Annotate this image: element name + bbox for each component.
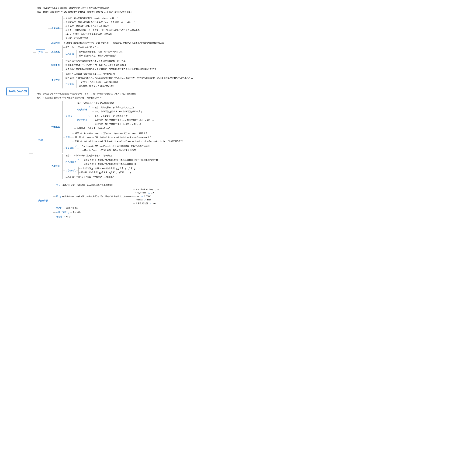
dui-label: 堆 <box>56 195 59 198</box>
shuzu-gailv-row: 概念：数组是存储同一种数据类型多个元素的集合（容器），既可存储基本数据类型，也可… <box>33 92 193 95</box>
shuzu-branch: 数组 一维数组 初始化 概念：为数组中的元素 <box>33 100 193 179</box>
chuhua-label: 初始化 <box>65 114 72 118</box>
mi-4: return：关键字，返回方法指定类型的值；结束方法 <box>65 33 113 36</box>
digui-gailv2: 概念：方法定义义本身的现象；定义义，用for也可实现 <box>65 72 116 76</box>
dui-content: 存放所有new出来的东西，并为其分配地址值，且每个变量都有默认值——> <box>62 195 132 198</box>
yy-gudao: 遍历 ○ for(int i=0;i<arr.length;i++){Syste… <box>74 132 148 135</box>
erwei-geshi-items: 1.数据类型[ ][ ] 变量名=new 数据类型[ 一维数组的数量 ][ 每个… <box>81 158 159 166</box>
root-container: JAVA DAY 05 <box>6 87 29 95</box>
m-geshi: 格式：修饰符 返回值类型 方法名（参数类型 参数名1；参数类型 参数名2，...… <box>36 10 133 14</box>
ew-zhuyi: 注意事项 ○ int[ ] x,y[ ]; //定义了一维数组x，二维数组y <box>65 175 114 179</box>
fangfa-zhuyi-branch: 注意事项 方法格式小括号里被称作参数列表，若不需要接收参数，则可写成（） 返回值… <box>48 59 193 71</box>
digui-branch: 递归方法 概念：方法定义义本身的现象；定义义，用for也可实现 运算逻辑：for… <box>48 72 193 88</box>
mi-0: 修饰符：对访问权限进行限定（public、private、缺省......） <box>65 17 120 20</box>
jingtai-label: 静态初始化 <box>76 119 88 122</box>
def-2: float, double <box>135 191 147 194</box>
chongzai-children: 概念：在一个类中定义多个同名方法 注意事项 重载必须参数个数、类型、顺序任一不同… <box>63 45 123 58</box>
changjian-label: 常见问题 <box>65 147 74 150</box>
mingci-items: 修饰符：对访问权限进行限定（public、private、缺省......） 返… <box>63 16 141 40</box>
erwei-jingtai-label: 静态初始化 <box>65 160 77 164</box>
yingyong-branch: 应用 遍历 ○ for(int i=0;i<arr.length;i++){Sy… <box>63 131 184 143</box>
chongzai-zhuyi-branch: 注意事项 重载必须参数个数、类型、顺序任一不同都可以 重载与返回值类型、变量标识… <box>63 50 123 58</box>
full-mind-map: JAVA DAY 05 概念：在Java中实现某个功能的办法称之为方法，通过调用… <box>3 3 450 221</box>
yiwei-children: 初始化 概念：为数组中的元素分配内存以及赋值 动态初始化 <box>63 101 184 153</box>
shuzu-geshi: 格式：1.数据类型[ ] 数组名 或者 2.数据类型 数组名[ ]，建议使用第一… <box>36 96 102 100</box>
mingci-label: 名词解释 <box>51 27 60 30</box>
dongtai-label: 动态初始化 <box>76 108 88 111</box>
changjian-branch: 常见问题 ArrayIndexOutOfBoundsException:数组索引… <box>63 144 184 152</box>
yingyong-children: 遍历 ○ for(int i=0;i<arr.length;i++){Syste… <box>72 131 184 143</box>
fz-2: 返回值类型为void时，return可不写，如果写上，后面不能有返回值 <box>65 63 127 67</box>
erwei-children: 概念：二维数组中每个元素是一维数组（类似嵌套） 静态初始化 1.数据类型[ ][… <box>63 154 159 179</box>
root-label: JAVA DAY 05 <box>6 87 29 95</box>
edt-1: 3.数据类型[ ][ ] 变量名=new 数据类型[ ][ ]{{元素...}，… <box>80 167 140 170</box>
mi-2: 参数类型：限定调用方法时传入参数的数据类型 <box>65 25 110 28</box>
eg-2: 2.数据类型[ ][ ] 变量名=new 数据类型[ 一维数组的数量 ][ ] <box>83 162 136 166</box>
chongzai-label: 方法重载 <box>51 50 60 53</box>
fangfa-zhuyi-label: 注意事项 <box>51 63 60 67</box>
dt-gailv: 概念：只指定长度，由系统初始化其默认值 <box>94 106 134 109</box>
chongzai-gailv: 概念：在一个类中定义多个同名方法 <box>65 46 99 49</box>
neicun-branch: 内存分配 栈 存放局部变量（局部变量：在方法定义或声明上的变量） 堆 存放所有n… <box>33 183 193 219</box>
edt-jianhua: 简化版：数据类型[ ][ ] 变量名 ={{元素...}，{元素...}，...… <box>80 171 131 174</box>
erwei-geshi-branch: 静态初始化 1.数据类型[ ][ ] 变量名=new 数据类型[ 一维数组的数量… <box>63 158 159 166</box>
digui-yuanli2: 运算逻辑：for括号里为递归头，意思是满足此条件则不调用方法，然后return；… <box>65 76 193 79</box>
def-5: 引用数据类型 <box>135 202 149 205</box>
shuzu-geshi-row: 格式：1.数据类型[ ] 数组名 或者 2.数据类型 数组名[ ]，建议使用第一… <box>33 96 193 100</box>
erwei-label: 二维数组 <box>51 165 60 168</box>
erwei-branch: 二维数组 概念：二维数组中每个元素是一维数组（类似嵌套） 静态初始化 1.数据类… <box>48 154 184 179</box>
bendifangfa-content: 与系统相关 <box>70 211 81 214</box>
diaoyong-branch: 方法调用 单独调用（当返回值类型为void时，只能单独调用）、输出调用、赋值调用… <box>48 41 193 44</box>
fangfaqu-label: 方法区 <box>56 207 63 210</box>
jt-jianhua: 简化格式：数组类型[ ] 数组名 ={元素1，元素2，...} <box>94 123 142 126</box>
dui-defaults: byte, short, int, long0 float, double0.0… <box>133 188 159 206</box>
yy-fanzhuan: 反转 ○ for (int i = 0; i < arr.length / 2;… <box>74 140 184 143</box>
dg-1: 一定要有且合理的递归头，否则出现死循环 <box>78 80 119 84</box>
def-2-val: 0.0 <box>150 191 154 194</box>
changjian-items: ArrayIndexOutOfBoundsException:数组索引越界异常，… <box>79 144 151 152</box>
zhan-label: 栈 <box>56 183 59 187</box>
digui-children: 概念：方法定义义本身的现象；定义义，用for也可实现 运算逻辑：for括号里为递… <box>63 72 193 88</box>
cj-2: NullPointerException:空指针异常，数组已经不在指向堆内存 <box>81 149 137 152</box>
bendifangfa-branch: 本地方法区 与系统相关 <box>53 211 159 214</box>
chuhua-gailv: 概念：为数组中的元素分配内存以及赋值 <box>76 102 115 105</box>
jt-gailv: 概念：人为初始化，由系统给出长度 <box>94 115 128 118</box>
dg-2: 递归次数不能太多，否则出现内存溢出 <box>78 85 115 88</box>
def-3-val: '\u0000' <box>143 195 151 198</box>
fangfa-box: 方法 <box>36 50 45 55</box>
def-1: byte, short, int, long <box>135 188 153 191</box>
mi-5: 返回值：方法运算出的值 <box>65 36 89 40</box>
methods-section: 概念：在Java中实现某个功能的办法称之为方法，通过调用方法名即可执行方法 格式… <box>33 6 193 14</box>
eg-1: 1.数据类型[ ][ ] 变量名=new 数据类型[ 一维数组的数量 ][ 每个… <box>83 158 159 162</box>
m-gailv: 概念：在Java中实现某个功能的办法称之为方法，通过调用方法名即可执行方法 <box>36 6 110 10</box>
shuzu-gailv: 概念：数组是存储同一种数据类型多个元素的集合（容器），既可存储基本数据类型，也可… <box>36 92 137 95</box>
jt-biaozhun: 标准格式：数组类型[ ] 数组名=new 数组类型[ ]{元素1，元素2，...… <box>94 119 155 122</box>
zhan-branch: 栈 存放局部变量（局部变量：在方法定义或声明上的变量） <box>53 183 159 187</box>
fangfa-zhuyi-items: 方法格式小括号里被称作参数列表，若不需要接收参数，则可写成（） 返回值类型为vo… <box>63 59 157 71</box>
fz-3: 基本数据作为参数传递参数的改变不影响实参；引用数据类型作为参数传递参数的改变会影… <box>65 67 157 71</box>
jicunqi-branch: 寄存器 CPU <box>53 215 159 218</box>
erwei-dongtai-branch: 动态初始化 3.数据类型[ ][ ] 变量名=new 数据类型[ ][ ]{{元… <box>63 166 159 174</box>
cj-1: ArrayIndexOutOfBoundsException:数组索引越界异常，… <box>81 145 151 148</box>
chongzai-zhuyi-label: 注意事项 <box>65 52 74 56</box>
yy-zuidazhi: 最大值 ○ int max = arr[0];for (int i = 1; i… <box>74 136 152 139</box>
chongzai-branch: 方法重载 概念：在一个类中定义多个同名方法 注意事项 重载必须参数个数、类型、顺… <box>48 45 193 58</box>
jingtai-branch: 静态初始化 概念：人为初始化，由系统给出长度 标准格式：数组类型[ ] 数组名=… <box>74 114 155 126</box>
shuzu-box: 数组 <box>36 137 45 143</box>
chuhua-branch: 初始化 概念：为数组中的元素分配内存以及赋值 动态初始化 <box>63 101 184 130</box>
chuhua-zhuyi: 注意事项：只能使用一种初始化方式 <box>76 127 111 130</box>
digui-label2: 递归方法 <box>51 79 60 82</box>
fangfa-children: 名词解释 修饰符：对访问权限进行限定（public、private、缺省....… <box>48 16 193 89</box>
sections-container: 概念：在Java中实现某个功能的办法称之为方法，通过调用方法名即可执行方法 格式… <box>33 5 193 220</box>
shuzu-children: 一维数组 初始化 概念：为数组中的元素分配内存以及赋值 <box>48 100 184 179</box>
mingci-branch: 名词解释 修饰符：对访问权限进行限定（public、private、缺省....… <box>48 16 193 40</box>
dt-geshi: 格式：数组类型[ ] 数组名=new 数组类型[ 数组长度 ] <box>94 110 142 113</box>
methods-branch: 方法 名词解释 修饰符：对访问权限进行限定（public、private、缺省.… <box>33 16 193 89</box>
def-1-val: 0 <box>157 188 159 191</box>
cz-1: 重载必须参数个数、类型、顺序任一不同都可以 <box>78 50 123 53</box>
diaoyong-content: 单独调用（当返回值类型为void时，只能单独调用）、输出调用、赋值调用；主函数调… <box>63 41 165 44</box>
yingyong-label: 应用 <box>65 136 70 139</box>
cz-2: 重载与返回值类型、变量标识符等都无关 <box>78 54 117 58</box>
chongzai-zhuyi-items: 重载必须参数个数、类型、顺序任一不同都可以 重载与返回值类型、变量标识符等都无关 <box>76 50 123 58</box>
fangfaqu-content: 面向对象部分 <box>66 207 79 210</box>
